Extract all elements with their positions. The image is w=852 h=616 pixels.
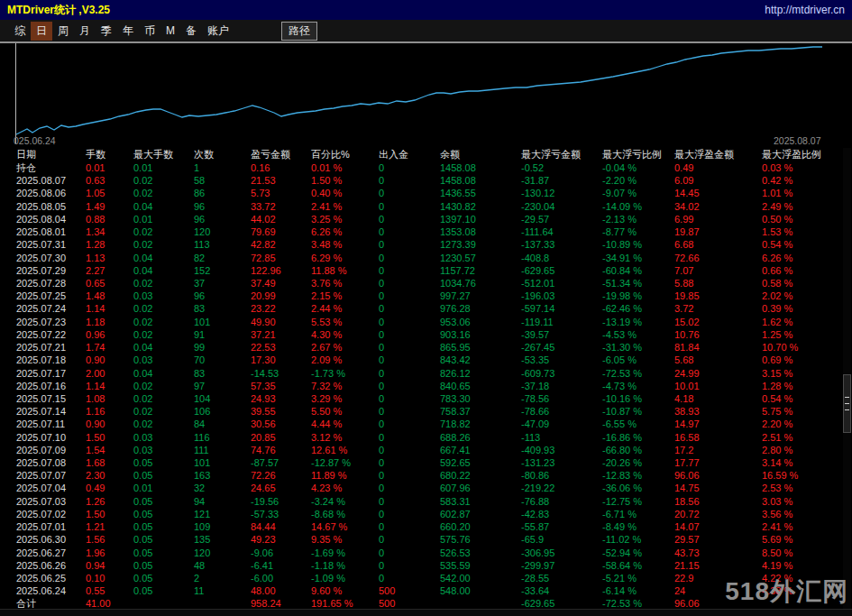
cell-max-float-profit-pct: 8.50 % xyxy=(762,547,847,559)
cell-balance: 1458.08 xyxy=(440,174,521,187)
cell-inout: 0 xyxy=(379,238,440,251)
table-row[interactable]: 2025.07.021.500.05121-57.33-8.68 %0602.8… xyxy=(0,508,852,520)
cell-lots: 0.10 xyxy=(86,572,133,584)
cell-max-float-profit: 10.76 xyxy=(674,328,762,341)
cell-max-float-loss-pct: -51.34 % xyxy=(602,277,674,290)
cell-max-lots: 0.02 xyxy=(133,187,194,199)
table-row[interactable]: 2025.07.110.900.028430.564.44 %0718.82-4… xyxy=(0,418,852,430)
cell-max-float-loss: -196.03 xyxy=(521,290,602,302)
cell-max-float-loss: -55.87 xyxy=(521,520,602,533)
cell-max-lots: 0.03 xyxy=(133,431,194,444)
table-row[interactable]: 2025.06.240.550.051148.009.60 %500548.00… xyxy=(0,584,852,597)
cell-pct: 11.88 % xyxy=(311,264,379,277)
cell-date: 2025.08.06 xyxy=(16,187,86,199)
cell-count: 70 xyxy=(194,354,251,366)
menu-item-bei[interactable]: 备 xyxy=(180,22,202,41)
cell-count: 101 xyxy=(194,316,251,328)
cell-pnl: 122.96 xyxy=(251,264,311,277)
scrollbar-thumb[interactable] xyxy=(843,374,851,433)
table-row[interactable]: 2025.08.051.490.049633.722.41 %01430.82-… xyxy=(0,200,852,213)
path-button[interactable]: 路径 xyxy=(281,22,317,41)
cell-max-lots: 0.05 xyxy=(133,559,194,572)
menu-item-bi[interactable]: 币 xyxy=(139,22,160,41)
cell-max-lots: 0.01 xyxy=(133,482,194,494)
cell-lots: 1.50 xyxy=(86,431,133,444)
cell-max-float-loss: -76.88 xyxy=(521,495,602,508)
table-row[interactable]: 2025.07.072.300.0516372.2611.89 %0680.22… xyxy=(0,469,852,482)
cell-inout: 0 xyxy=(379,431,440,444)
cell-date: 2025.07.11 xyxy=(16,418,86,430)
table-row[interactable]: 2025.07.031.260.0594-19.56-3.24 %0583.31… xyxy=(0,495,852,508)
cell-max-float-loss: -31.87 xyxy=(521,174,602,187)
table-row[interactable]: 2025.06.301.560.0513549.239.35 %0575.76-… xyxy=(0,533,852,546)
cell-max-float-profit: 0.49 xyxy=(674,161,762,174)
table-row[interactable]: 2025.08.061.050.02865.730.40 %01436.55-1… xyxy=(0,187,852,199)
table-row[interactable]: 2025.07.311.280.0211342.823.48 %01273.39… xyxy=(0,238,852,251)
cell-lots: 1.08 xyxy=(86,392,133,405)
cell-balance: 575.76 xyxy=(440,533,521,546)
table-row[interactable]: 2025.08.040.880.019644.023.25 %01397.10-… xyxy=(0,213,852,225)
cell-max-float-profit-pct: 3.03 % xyxy=(762,495,847,508)
cell-max-float-profit-pct: 2.53 % xyxy=(762,482,847,494)
menu-item-nian[interactable]: 年 xyxy=(117,22,139,41)
table-row[interactable]: 2025.06.271.960.05120-9.06-1.69 %0526.53… xyxy=(0,547,852,559)
table-row[interactable]: 2025.07.172.000.0483-14.53-1.73 %0826.12… xyxy=(0,367,852,380)
table-row[interactable]: 2025.07.101.500.0311620.853.12 %0688.26-… xyxy=(0,431,852,444)
table-row[interactable]: 2025.07.211.740.049922.532.67 %0865.95-2… xyxy=(0,341,852,354)
cell-max-float-loss: -33.64 xyxy=(521,584,602,597)
table-row[interactable]: 2025.07.180.900.037017.302.09 %0843.42-5… xyxy=(0,354,852,366)
table-row[interactable]: 2025.07.151.080.0210424.933.29 %0783.30-… xyxy=(0,392,852,405)
cell-date: 2025.07.24 xyxy=(16,302,86,315)
app-url-link[interactable]: http://mtdriver.cn xyxy=(765,4,845,16)
menu-item-zong[interactable]: 综 xyxy=(9,22,31,41)
cell-max-float-loss: -230.04 xyxy=(521,200,602,213)
table-row[interactable]: 2025.07.040.490.013224.654.23 %0607.96-2… xyxy=(0,482,852,494)
cell-inout: 0 xyxy=(379,341,440,354)
cell-inout: 0 xyxy=(379,508,440,520)
cell-max-float-profit-pct: 0.50 % xyxy=(762,213,847,225)
menu-item-yue[interactable]: 月 xyxy=(74,22,96,41)
cell-date: 2025.06.26 xyxy=(16,559,86,572)
table-row[interactable]: 2025.07.161.140.029757.357.32 %0840.65-3… xyxy=(0,380,852,392)
column-header-lots: 手数 xyxy=(86,148,133,161)
app-title: MTDriver统计 ,V3.25 xyxy=(7,3,110,18)
cell-count: 37 xyxy=(194,277,251,290)
table-row[interactable]: 2025.07.231.180.0210149.905.53 %0953.06-… xyxy=(0,316,852,328)
cell-max-float-profit: 14.45 xyxy=(674,187,762,199)
cell-count: 86 xyxy=(194,187,251,199)
table-row[interactable]: 2025.07.241.140.028323.222.44 %0976.28-5… xyxy=(0,302,852,315)
menu-item-m[interactable]: M xyxy=(160,23,180,39)
menu-item-zhanghu[interactable]: 账户 xyxy=(202,22,234,41)
table-row[interactable]: 持仓0.010.0110.160.01 %01458.08-0.52-0.04 … xyxy=(0,161,852,174)
table-row[interactable]: 2025.07.280.650.023737.493.76 %01034.76-… xyxy=(0,277,852,290)
cell-pnl: 42.82 xyxy=(251,238,311,251)
table-row[interactable]: 2025.06.250.100.052-6.00-1.09 %0542.00-2… xyxy=(0,572,852,584)
cell-max-lots: 0.02 xyxy=(133,277,194,290)
cell-inout: 0 xyxy=(379,380,440,392)
menu-bar: 综日周月季年币M备账户 路径 xyxy=(0,20,852,42)
menu-item-ji[interactable]: 季 xyxy=(96,22,117,41)
menu-item-zhou[interactable]: 周 xyxy=(52,22,74,41)
table-row[interactable]: 2025.07.220.960.029137.214.30 %0903.16-3… xyxy=(0,328,852,341)
cell-max-lots: 0.05 xyxy=(133,508,194,520)
table-row[interactable]: 2025.07.292.270.04152122.9611.88 %01157.… xyxy=(0,264,852,277)
table-row[interactable]: 2025.07.011.210.0510984.4414.67 %0660.20… xyxy=(0,520,852,533)
table-row[interactable]: 2025.07.141.160.0210639.555.50 %0758.37-… xyxy=(0,405,852,418)
table-row[interactable]: 2025.08.070.630.025821.531.50 %01458.08-… xyxy=(0,174,852,187)
table-row[interactable]: 2025.07.081.680.05101-87.57-12.87 %0592.… xyxy=(0,456,852,469)
menu-item-ri[interactable]: 日 xyxy=(31,22,52,41)
cell-date: 2025.07.16 xyxy=(16,380,86,392)
cell-count: 135 xyxy=(194,533,251,546)
cell-max-lots: 0.01 xyxy=(133,161,194,174)
cell-pct: 2.44 % xyxy=(311,302,379,315)
cell-count: 152 xyxy=(194,264,251,277)
cell-count: 58 xyxy=(194,174,251,187)
table-row[interactable]: 2025.08.011.340.0212079.696.26 %01353.08… xyxy=(0,225,852,238)
cell-inout: 0 xyxy=(379,418,440,430)
table-row[interactable]: 2025.07.301.130.048272.856.29 %01230.57-… xyxy=(0,252,852,264)
cell-date: 2025.07.01 xyxy=(16,520,86,533)
table-row[interactable]: 2025.06.260.940.0548-6.41-1.18 %0535.59-… xyxy=(0,559,852,572)
table-row[interactable]: 2025.07.251.480.039620.992.15 %0997.27-1… xyxy=(0,290,852,302)
vertical-scrollbar[interactable] xyxy=(843,148,851,610)
table-row[interactable]: 2025.07.091.540.0311174.7612.61 %0667.41… xyxy=(0,444,852,456)
